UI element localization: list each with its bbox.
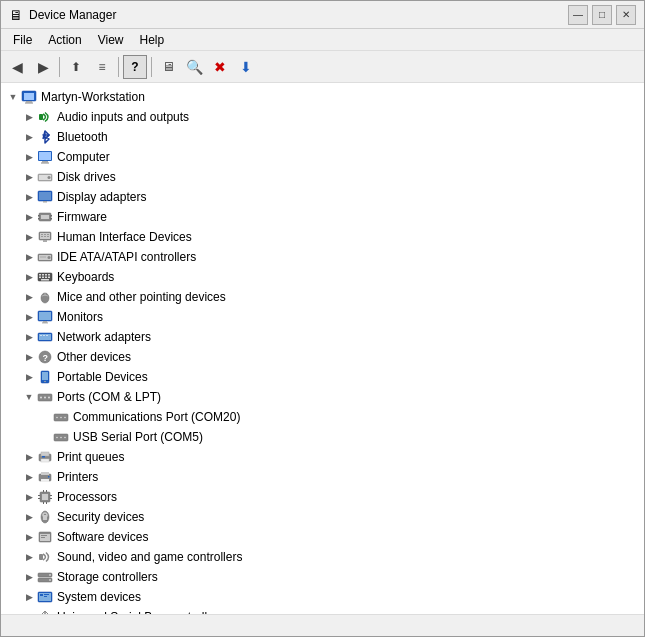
tree-item-ports[interactable]: ▼ Ports (COM & LPT) (1, 387, 644, 407)
network-expand-icon[interactable]: ▶ (21, 329, 37, 345)
scan-button[interactable]: 🔍 (182, 55, 206, 79)
display-expand-icon[interactable]: ▶ (21, 189, 37, 205)
com5-icon (53, 429, 69, 445)
tree-item-mice[interactable]: ▶ Mice and other pointing devices (1, 287, 644, 307)
svg-point-67 (64, 417, 66, 419)
tree-item-firmware[interactable]: ▶ Firmware (1, 207, 644, 227)
tree-item-system[interactable]: ▶ System devices (1, 587, 644, 607)
tree-item-portable[interactable]: ▶ Portable Devices (1, 367, 644, 387)
svg-rect-27 (44, 236, 46, 237)
tree-item-printers[interactable]: ▶ Printers (1, 467, 644, 487)
software-expand-icon[interactable]: ▶ (21, 529, 37, 545)
show-hidden-button[interactable]: ≡ (90, 55, 114, 79)
hid-expand-icon[interactable]: ▶ (21, 229, 37, 245)
tree-item-ide[interactable]: ▶ IDE ATA/ATAPI controllers (1, 247, 644, 267)
computer-button[interactable]: 🖥 (156, 55, 180, 79)
tree-item-display[interactable]: ▶ Display adapters (1, 187, 644, 207)
menu-view[interactable]: View (90, 31, 132, 48)
portable-expand-icon[interactable]: ▶ (21, 369, 37, 385)
tree-item-sound[interactable]: ▶ Sound, video and game controllers (1, 547, 644, 567)
window-controls: — □ ✕ (568, 5, 636, 25)
menu-action[interactable]: Action (40, 31, 89, 48)
maximize-button[interactable]: □ (592, 5, 612, 25)
monitors-expand-icon[interactable]: ▶ (21, 309, 37, 325)
portable-label: Portable Devices (57, 370, 148, 384)
tree-item-com5[interactable]: ▶ USB Serial Port (COM5) (1, 427, 644, 447)
close-button[interactable]: ✕ (616, 5, 636, 25)
firmware-expand-icon[interactable]: ▶ (21, 209, 37, 225)
printq-expand-icon[interactable]: ▶ (21, 449, 37, 465)
help-button[interactable]: ? (123, 55, 147, 79)
tree-item-com20[interactable]: ▶ Communications Port (COM20) (1, 407, 644, 427)
svg-rect-88 (43, 502, 44, 504)
svg-rect-16 (41, 215, 49, 219)
tree-item-security[interactable]: ▶ Security devices (1, 507, 644, 527)
security-icon (37, 509, 53, 525)
tree-item-printq[interactable]: ▶ Print queues (1, 447, 644, 467)
menu-file[interactable]: File (5, 31, 40, 48)
ports-icon (37, 389, 53, 405)
tree-item-audio[interactable]: ▶ Audio inputs and outputs (1, 107, 644, 127)
keyboard-expand-icon[interactable]: ▶ (21, 269, 37, 285)
tree-item-usb[interactable]: ▶ Universal Serial Bus controllers (1, 607, 644, 614)
monitors-label: Monitors (57, 310, 103, 324)
tree-item-hid[interactable]: ▶ Human Interface Devices (1, 227, 644, 247)
up-button[interactable]: ⬆ (64, 55, 88, 79)
tree-item-computer[interactable]: ▶ Computer (1, 147, 644, 167)
storage-expand-icon[interactable]: ▶ (21, 569, 37, 585)
toolbar-separator-3 (151, 57, 152, 77)
network-icon (37, 329, 53, 345)
tree-item-network[interactable]: ▶ Network adapters (1, 327, 644, 347)
security-label: Security devices (57, 510, 144, 524)
root-expand-icon[interactable]: ▼ (5, 89, 21, 105)
tree-item-other[interactable]: ▶ ? Other devices (1, 347, 644, 367)
svg-rect-82 (38, 495, 40, 496)
other-expand-icon[interactable]: ▶ (21, 349, 37, 365)
minimize-button[interactable]: — (568, 5, 588, 25)
system-label: System devices (57, 590, 141, 604)
disk-expand-icon[interactable]: ▶ (21, 169, 37, 185)
tree-item-bluetooth[interactable]: ▶ Bluetooth (1, 127, 644, 147)
remove-button[interactable]: ✖ (208, 55, 232, 79)
svg-rect-24 (44, 234, 46, 235)
sound-label: Sound, video and game controllers (57, 550, 242, 564)
ide-expand-icon[interactable]: ▶ (21, 249, 37, 265)
mice-expand-icon[interactable]: ▶ (21, 289, 37, 305)
tree-item-storage[interactable]: ▶ Storage controllers (1, 567, 644, 587)
tree-item-disk[interactable]: ▶ Disk drives (1, 167, 644, 187)
forward-button[interactable]: ▶ (31, 55, 55, 79)
audio-icon (37, 109, 53, 125)
svg-rect-19 (51, 215, 53, 217)
computer-expand-icon[interactable]: ▶ (21, 149, 37, 165)
com20-icon (53, 409, 69, 425)
hid-label: Human Interface Devices (57, 230, 192, 244)
tree-item-processors[interactable]: ▶ Processors (1, 487, 644, 507)
tree-item-monitors[interactable]: ▶ Monitors (1, 307, 644, 327)
sound-expand-icon[interactable]: ▶ (21, 549, 37, 565)
processors-expand-icon[interactable]: ▶ (21, 489, 37, 505)
update-button[interactable]: ⬇ (234, 55, 258, 79)
firmware-label: Firmware (57, 210, 107, 224)
disk-icon (37, 169, 53, 185)
tree-root[interactable]: ▼ Martyn-Workstation (1, 87, 644, 107)
status-bar (1, 614, 644, 636)
system-expand-icon[interactable]: ▶ (21, 589, 37, 605)
svg-rect-20 (51, 218, 53, 220)
svg-rect-87 (46, 490, 47, 492)
printers-expand-icon[interactable]: ▶ (21, 469, 37, 485)
device-tree[interactable]: ▼ Martyn-Workstation ▶ Au (1, 83, 644, 614)
audio-expand-icon[interactable]: ▶ (21, 109, 37, 125)
toolbar-separator-2 (118, 57, 119, 77)
back-button[interactable]: ◀ (5, 55, 29, 79)
security-expand-icon[interactable]: ▶ (21, 509, 37, 525)
hid-icon (37, 229, 53, 245)
bluetooth-expand-icon[interactable]: ▶ (21, 129, 37, 145)
tree-item-keyboard[interactable]: ▶ Keyboards (1, 267, 644, 287)
com20-label: Communications Port (COM20) (73, 410, 240, 424)
menu-help[interactable]: Help (132, 31, 173, 48)
svg-rect-42 (48, 277, 50, 279)
svg-rect-17 (38, 215, 40, 217)
ports-expand-icon[interactable]: ▼ (21, 389, 37, 405)
tree-item-software[interactable]: ▶ Software devices (1, 527, 644, 547)
root-label: Martyn-Workstation (41, 90, 145, 104)
